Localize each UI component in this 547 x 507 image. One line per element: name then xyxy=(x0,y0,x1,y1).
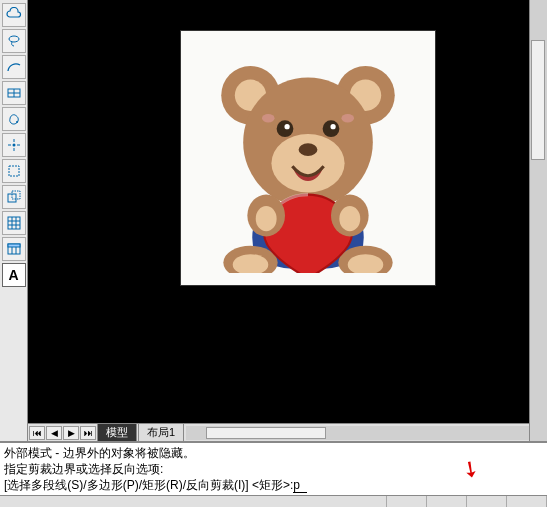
svg-point-31 xyxy=(330,124,335,129)
svg-point-33 xyxy=(262,114,275,122)
crop-icon xyxy=(6,163,22,179)
lasso-icon xyxy=(6,33,22,49)
command-input[interactable] xyxy=(293,478,307,493)
nav-first-button[interactable]: ⏮ xyxy=(29,426,45,440)
svg-point-4 xyxy=(16,121,18,123)
app-root: A xyxy=(0,0,547,507)
svg-point-27 xyxy=(271,134,344,193)
right-scrollbar xyxy=(529,0,547,441)
nav-next-button[interactable]: ▶ xyxy=(63,426,79,440)
point-tool[interactable] xyxy=(2,133,26,157)
spreadsheet-tool[interactable] xyxy=(2,237,26,261)
svg-point-29 xyxy=(323,120,340,137)
status-segment[interactable] xyxy=(387,496,427,507)
table-tool[interactable] xyxy=(2,81,26,105)
tab-model[interactable]: 模型 xyxy=(97,423,137,442)
trim-icon xyxy=(6,189,22,205)
command-panel: 外部模式 - 边界外的对象将被隐藏。 指定剪裁边界或选择反向选项: [选择多段线… xyxy=(0,441,547,495)
svg-point-0 xyxy=(9,36,19,42)
svg-point-5 xyxy=(12,144,15,147)
status-segment[interactable] xyxy=(467,496,507,507)
grid-tool[interactable] xyxy=(2,211,26,235)
canvas-area: ⏮ ◀ ▶ ⏭ 模型 布局1 xyxy=(28,0,529,441)
svg-point-42 xyxy=(339,206,360,231)
h-scrollbar-thumb[interactable] xyxy=(206,427,326,439)
table-grid-icon xyxy=(6,85,22,101)
crop-tool[interactable] xyxy=(2,159,26,183)
svg-rect-13 xyxy=(8,217,20,229)
status-segment[interactable] xyxy=(507,496,547,507)
text-tool[interactable]: A xyxy=(2,263,26,287)
nav-last-button[interactable]: ⏭ xyxy=(80,426,96,440)
svg-rect-10 xyxy=(9,166,19,176)
command-history-line: 外部模式 - 边界外的对象将被隐藏。 xyxy=(4,445,543,461)
inserted-image[interactable] xyxy=(180,30,436,286)
v-scrollbar-track[interactable] xyxy=(530,0,547,441)
blob-icon xyxy=(6,111,22,127)
v-scrollbar-thumb[interactable] xyxy=(531,40,545,160)
arc-tool[interactable] xyxy=(2,55,26,79)
tab-layout1[interactable]: 布局1 xyxy=(138,423,184,442)
command-prompt-prefix: [选择多段线(S)/多边形(P)/矩形(R)/反向剪裁(I)] <矩形>: xyxy=(4,477,293,493)
command-history-line: 指定剪裁边界或选择反向选项: xyxy=(4,461,543,477)
left-toolbar: A xyxy=(0,0,28,441)
svg-point-32 xyxy=(299,143,318,156)
svg-rect-19 xyxy=(8,244,20,247)
trim-tool[interactable] xyxy=(2,185,26,209)
command-prompt-line: [选择多段线(S)/多边形(P)/矩形(R)/反向剪裁(I)] <矩形>: xyxy=(4,477,543,493)
cloud-tool[interactable] xyxy=(2,3,26,27)
shape-tool[interactable] xyxy=(2,107,26,131)
status-segment[interactable] xyxy=(347,496,387,507)
h-scrollbar-track[interactable] xyxy=(186,426,529,440)
svg-point-34 xyxy=(341,114,354,122)
spreadsheet-icon xyxy=(6,241,22,257)
svg-point-28 xyxy=(277,120,294,137)
svg-point-41 xyxy=(256,206,277,231)
bottom-bar: ⏮ ◀ ▶ ⏭ 模型 布局1 xyxy=(28,423,529,441)
bear-illustration-icon xyxy=(193,43,423,273)
workspace: A xyxy=(0,0,547,441)
status-bar xyxy=(0,495,547,507)
grid-icon xyxy=(6,215,22,231)
status-segment[interactable] xyxy=(427,496,467,507)
point-icon xyxy=(6,137,22,153)
svg-point-30 xyxy=(284,124,289,129)
cloud-icon xyxy=(6,7,22,23)
nav-prev-button[interactable]: ◀ xyxy=(46,426,62,440)
lasso-tool[interactable] xyxy=(2,29,26,53)
arc-icon xyxy=(6,59,22,75)
drawing-canvas[interactable] xyxy=(28,0,529,423)
